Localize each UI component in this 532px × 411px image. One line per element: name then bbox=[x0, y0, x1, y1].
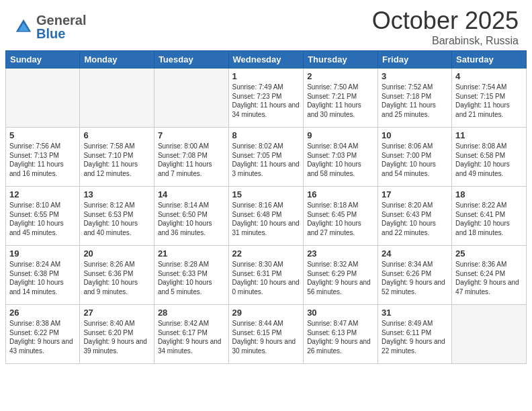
calendar-week-row: 19Sunrise: 8:24 AM Sunset: 6:38 PM Dayli… bbox=[6, 246, 527, 305]
calendar-cell bbox=[452, 305, 527, 364]
day-number: 14 bbox=[158, 189, 225, 199]
calendar-cell: 9Sunrise: 8:04 AM Sunset: 7:03 PM Daylig… bbox=[304, 128, 378, 187]
calendar-cell: 17Sunrise: 8:20 AM Sunset: 6:43 PM Dayli… bbox=[378, 187, 452, 246]
weekday-header: Saturday bbox=[452, 51, 527, 68]
day-number: 1 bbox=[232, 71, 300, 81]
weekday-header: Thursday bbox=[304, 51, 378, 68]
calendar-table: SundayMondayTuesdayWednesdayThursdayFrid… bbox=[5, 50, 527, 364]
day-number: 16 bbox=[307, 189, 374, 199]
calendar-week-row: 12Sunrise: 8:10 AM Sunset: 6:55 PM Dayli… bbox=[6, 187, 527, 246]
day-info: Sunrise: 8:16 AM Sunset: 6:48 PM Dayligh… bbox=[232, 201, 300, 237]
calendar-cell: 19Sunrise: 8:24 AM Sunset: 6:38 PM Dayli… bbox=[6, 246, 80, 305]
weekday-header: Tuesday bbox=[154, 51, 228, 68]
calendar-cell: 6Sunrise: 7:58 AM Sunset: 7:10 PM Daylig… bbox=[80, 128, 154, 187]
weekday-header: Wednesday bbox=[228, 51, 304, 68]
weekday-header-row: SundayMondayTuesdayWednesdayThursdayFrid… bbox=[6, 51, 527, 68]
calendar-cell: 12Sunrise: 8:10 AM Sunset: 6:55 PM Dayli… bbox=[6, 187, 80, 246]
day-info: Sunrise: 8:32 AM Sunset: 6:29 PM Dayligh… bbox=[307, 260, 374, 296]
day-number: 27 bbox=[83, 308, 150, 318]
day-info: Sunrise: 8:14 AM Sunset: 6:50 PM Dayligh… bbox=[158, 201, 225, 237]
calendar-cell: 18Sunrise: 8:22 AM Sunset: 6:41 PM Dayli… bbox=[452, 187, 527, 246]
calendar-cell: 7Sunrise: 8:00 AM Sunset: 7:08 PM Daylig… bbox=[154, 128, 228, 187]
day-number: 18 bbox=[455, 189, 523, 199]
calendar-cell: 8Sunrise: 8:02 AM Sunset: 7:05 PM Daylig… bbox=[228, 128, 304, 187]
day-number: 25 bbox=[455, 248, 523, 259]
day-number: 24 bbox=[382, 248, 448, 259]
day-number: 2 bbox=[307, 71, 374, 81]
day-info: Sunrise: 7:54 AM Sunset: 7:15 PM Dayligh… bbox=[455, 83, 523, 119]
day-number: 10 bbox=[382, 130, 448, 140]
day-info: Sunrise: 8:30 AM Sunset: 6:31 PM Dayligh… bbox=[232, 260, 300, 296]
calendar-cell: 1Sunrise: 7:49 AM Sunset: 7:23 PM Daylig… bbox=[228, 68, 304, 128]
day-info: Sunrise: 8:22 AM Sunset: 6:41 PM Dayligh… bbox=[455, 201, 523, 237]
title-block: October 2025 Barabinsk, Russia bbox=[372, 7, 519, 47]
logo-general: General bbox=[36, 13, 86, 27]
day-info: Sunrise: 8:02 AM Sunset: 7:05 PM Dayligh… bbox=[232, 142, 300, 178]
day-info: Sunrise: 8:08 AM Sunset: 6:58 PM Dayligh… bbox=[455, 142, 523, 178]
day-info: Sunrise: 8:24 AM Sunset: 6:38 PM Dayligh… bbox=[9, 260, 76, 296]
day-number: 30 bbox=[307, 308, 374, 318]
calendar-cell: 28Sunrise: 8:42 AM Sunset: 6:17 PM Dayli… bbox=[154, 305, 228, 364]
calendar-week-row: 1Sunrise: 7:49 AM Sunset: 7:23 PM Daylig… bbox=[6, 68, 527, 128]
day-number: 6 bbox=[83, 130, 150, 140]
day-info: Sunrise: 7:49 AM Sunset: 7:23 PM Dayligh… bbox=[232, 83, 300, 119]
day-number: 12 bbox=[9, 189, 76, 199]
day-number: 21 bbox=[158, 248, 225, 259]
calendar-cell: 24Sunrise: 8:34 AM Sunset: 6:26 PM Dayli… bbox=[378, 246, 452, 305]
day-info: Sunrise: 8:36 AM Sunset: 6:24 PM Dayligh… bbox=[455, 260, 523, 296]
day-info: Sunrise: 8:34 AM Sunset: 6:26 PM Dayligh… bbox=[382, 260, 448, 296]
calendar-cell: 29Sunrise: 8:44 AM Sunset: 6:15 PM Dayli… bbox=[228, 305, 304, 364]
logo-blue: Blue bbox=[36, 27, 86, 40]
calendar-week-row: 5Sunrise: 7:56 AM Sunset: 7:13 PM Daylig… bbox=[6, 128, 527, 187]
calendar-cell: 21Sunrise: 8:28 AM Sunset: 6:33 PM Dayli… bbox=[154, 246, 228, 305]
day-number: 4 bbox=[455, 71, 523, 81]
day-number: 7 bbox=[158, 130, 225, 140]
weekday-header: Friday bbox=[378, 51, 452, 68]
day-number: 19 bbox=[9, 248, 76, 259]
day-info: Sunrise: 8:40 AM Sunset: 6:20 PM Dayligh… bbox=[83, 319, 150, 355]
weekday-header: Monday bbox=[80, 51, 154, 68]
day-number: 23 bbox=[307, 248, 374, 259]
day-number: 22 bbox=[232, 248, 300, 259]
day-info: Sunrise: 8:06 AM Sunset: 7:00 PM Dayligh… bbox=[382, 142, 448, 178]
logo-text: General Blue bbox=[36, 13, 86, 40]
day-info: Sunrise: 7:58 AM Sunset: 7:10 PM Dayligh… bbox=[83, 142, 150, 178]
calendar-cell bbox=[6, 68, 80, 128]
calendar-cell: 4Sunrise: 7:54 AM Sunset: 7:15 PM Daylig… bbox=[452, 68, 527, 128]
calendar-cell: 13Sunrise: 8:12 AM Sunset: 6:53 PM Dayli… bbox=[80, 187, 154, 246]
day-info: Sunrise: 8:44 AM Sunset: 6:15 PM Dayligh… bbox=[232, 319, 300, 355]
calendar-cell: 10Sunrise: 8:06 AM Sunset: 7:00 PM Dayli… bbox=[378, 128, 452, 187]
calendar-cell: 15Sunrise: 8:16 AM Sunset: 6:48 PM Dayli… bbox=[228, 187, 304, 246]
calendar-cell: 11Sunrise: 8:08 AM Sunset: 6:58 PM Dayli… bbox=[452, 128, 527, 187]
calendar-cell: 30Sunrise: 8:47 AM Sunset: 6:13 PM Dayli… bbox=[304, 305, 378, 364]
day-info: Sunrise: 8:26 AM Sunset: 6:36 PM Dayligh… bbox=[83, 260, 150, 296]
day-info: Sunrise: 8:42 AM Sunset: 6:17 PM Dayligh… bbox=[158, 319, 225, 355]
day-number: 15 bbox=[232, 189, 300, 199]
day-info: Sunrise: 7:50 AM Sunset: 7:21 PM Dayligh… bbox=[307, 83, 374, 119]
day-info: Sunrise: 8:10 AM Sunset: 6:55 PM Dayligh… bbox=[9, 201, 76, 237]
day-info: Sunrise: 7:56 AM Sunset: 7:13 PM Dayligh… bbox=[9, 142, 76, 178]
day-info: Sunrise: 8:18 AM Sunset: 6:45 PM Dayligh… bbox=[307, 201, 374, 237]
calendar-cell: 16Sunrise: 8:18 AM Sunset: 6:45 PM Dayli… bbox=[304, 187, 378, 246]
month-title: October 2025 bbox=[372, 7, 519, 35]
calendar-week-row: 26Sunrise: 8:38 AM Sunset: 6:22 PM Dayli… bbox=[6, 305, 527, 364]
day-info: Sunrise: 8:04 AM Sunset: 7:03 PM Dayligh… bbox=[307, 142, 374, 178]
day-info: Sunrise: 8:00 AM Sunset: 7:08 PM Dayligh… bbox=[158, 142, 225, 178]
calendar-cell: 5Sunrise: 7:56 AM Sunset: 7:13 PM Daylig… bbox=[6, 128, 80, 187]
day-number: 28 bbox=[158, 308, 225, 318]
calendar-cell: 22Sunrise: 8:30 AM Sunset: 6:31 PM Dayli… bbox=[228, 246, 304, 305]
day-number: 8 bbox=[232, 130, 300, 140]
day-info: Sunrise: 8:49 AM Sunset: 6:11 PM Dayligh… bbox=[382, 319, 448, 355]
day-info: Sunrise: 8:38 AM Sunset: 6:22 PM Dayligh… bbox=[9, 319, 76, 355]
calendar-cell: 26Sunrise: 8:38 AM Sunset: 6:22 PM Dayli… bbox=[6, 305, 80, 364]
calendar-cell bbox=[80, 68, 154, 128]
calendar-cell: 23Sunrise: 8:32 AM Sunset: 6:29 PM Dayli… bbox=[304, 246, 378, 305]
day-number: 3 bbox=[382, 71, 448, 81]
logo-icon bbox=[13, 17, 34, 37]
day-info: Sunrise: 7:52 AM Sunset: 7:18 PM Dayligh… bbox=[382, 83, 448, 119]
day-number: 13 bbox=[83, 189, 150, 199]
day-number: 5 bbox=[9, 130, 76, 140]
calendar-cell: 25Sunrise: 8:36 AM Sunset: 6:24 PM Dayli… bbox=[452, 246, 527, 305]
day-info: Sunrise: 8:47 AM Sunset: 6:13 PM Dayligh… bbox=[307, 319, 374, 355]
day-number: 20 bbox=[83, 248, 150, 259]
